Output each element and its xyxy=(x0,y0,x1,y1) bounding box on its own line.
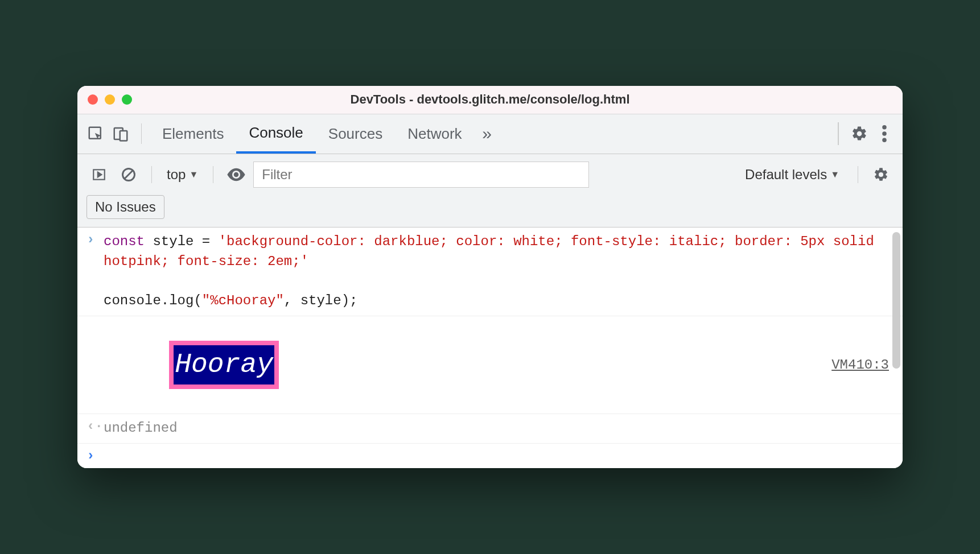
svg-point-5 xyxy=(882,138,887,143)
levels-label: Default levels xyxy=(745,167,827,183)
separator xyxy=(838,122,839,145)
tab-console[interactable]: Console xyxy=(236,114,315,154)
live-expression-icon[interactable] xyxy=(224,162,249,187)
svg-point-4 xyxy=(882,132,887,137)
toggle-sidebar-icon[interactable] xyxy=(87,162,112,187)
tab-sources[interactable]: Sources xyxy=(316,114,395,154)
return-icon: ‹· xyxy=(87,419,104,434)
kebab-menu-icon[interactable] xyxy=(872,121,897,146)
issues-button[interactable]: No Issues xyxy=(87,195,164,219)
context-selector[interactable]: top ▼ xyxy=(162,167,203,183)
more-tabs-icon[interactable]: » xyxy=(475,121,500,146)
filter-input[interactable] xyxy=(253,162,589,188)
device-toggle-icon[interactable] xyxy=(108,121,133,146)
chevron-down-icon: ▼ xyxy=(830,169,839,180)
console-prompt-row[interactable]: › xyxy=(77,444,903,468)
svg-line-8 xyxy=(125,171,133,179)
svg-point-3 xyxy=(882,125,887,130)
console-log-row: Hooray VM410:3 xyxy=(77,316,903,414)
inspect-icon[interactable] xyxy=(83,121,108,146)
window-controls xyxy=(88,94,132,105)
input-prompt-icon: › xyxy=(87,232,104,247)
console-toolbar: top ▼ Default levels ▼ No Issues xyxy=(77,154,903,228)
log-levels-selector[interactable]: Default levels ▼ xyxy=(745,167,839,183)
console-output: › const style = 'background-color: darkb… xyxy=(77,228,903,468)
svg-rect-2 xyxy=(120,131,127,141)
window-title: DevTools - devtools.glitch.me/console/lo… xyxy=(351,92,630,107)
tab-elements[interactable]: Elements xyxy=(150,114,236,154)
devtools-window: DevTools - devtools.glitch.me/console/lo… xyxy=(77,86,903,468)
console-input-code[interactable]: const style = 'background-color: darkblu… xyxy=(104,232,889,311)
chevron-down-icon: ▼ xyxy=(189,169,198,180)
console-settings-icon[interactable] xyxy=(868,162,893,187)
tab-network[interactable]: Network xyxy=(395,114,474,154)
separator xyxy=(858,166,858,183)
maximize-icon[interactable] xyxy=(122,94,132,105)
minimize-icon[interactable] xyxy=(105,94,115,105)
source-link[interactable]: VM410:3 xyxy=(820,357,889,373)
scrollbar[interactable] xyxy=(892,232,900,369)
return-value: undefined xyxy=(104,419,889,439)
clear-console-icon[interactable] xyxy=(116,162,141,187)
styled-log-output: Hooray xyxy=(169,341,279,390)
console-return-row: ‹· undefined xyxy=(77,414,903,444)
input-prompt-icon: › xyxy=(87,448,104,464)
separator xyxy=(151,166,152,183)
close-icon[interactable] xyxy=(88,94,98,105)
console-input-row: › const style = 'background-color: darkb… xyxy=(77,228,903,316)
titlebar: DevTools - devtools.glitch.me/console/lo… xyxy=(77,86,903,114)
separator xyxy=(213,166,213,183)
settings-icon[interactable] xyxy=(847,121,872,146)
context-label: top xyxy=(167,167,186,183)
panel-tabbar: Elements Console Sources Network » xyxy=(77,114,903,154)
separator xyxy=(141,123,142,144)
